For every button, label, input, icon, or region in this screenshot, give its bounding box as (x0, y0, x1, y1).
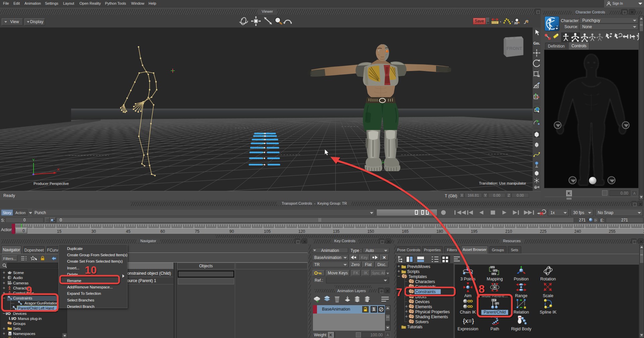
svg-text:90: 90 (229, 229, 234, 234)
svg-text:150: 150 (367, 229, 374, 234)
svg-text:225: 225 (540, 229, 546, 234)
svg-text:120: 120 (299, 229, 305, 234)
svg-text:45: 45 (126, 229, 131, 234)
svg-text:255: 255 (609, 229, 615, 234)
svg-text:60: 60 (160, 229, 165, 234)
svg-text:165: 165 (402, 229, 409, 234)
svg-text:180: 180 (436, 229, 443, 234)
svg-text:105: 105 (264, 229, 271, 234)
svg-text:240: 240 (574, 229, 581, 234)
svg-text:+: + (316, 299, 319, 303)
svg-text:30: 30 (92, 229, 96, 234)
svg-text:195: 195 (471, 229, 478, 234)
svg-text:210: 210 (505, 229, 512, 234)
svg-text:135: 135 (333, 229, 339, 234)
svg-text:75: 75 (195, 229, 200, 234)
svg-text:a: a (9, 332, 11, 335)
svg-text:{x=}: {x=} (463, 317, 474, 324)
svg-text:GBL: GBL (533, 41, 540, 45)
svg-text:15: 15 (57, 229, 62, 234)
svg-text:2D: 2D (514, 21, 518, 25)
